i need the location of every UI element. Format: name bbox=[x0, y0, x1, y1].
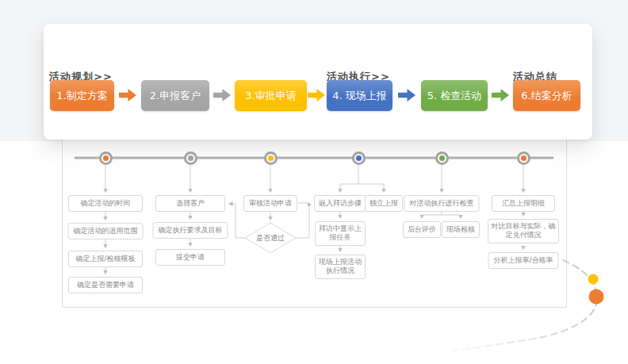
decision-label: 是否通过 bbox=[256, 233, 285, 243]
flow-node: 确定活动的适用范围 bbox=[68, 223, 144, 239]
flow-node: 拜访中显示上报任务 bbox=[315, 221, 366, 246]
milestone-dot bbox=[352, 151, 366, 165]
step-2-button: 2.申报客户 bbox=[141, 80, 209, 111]
flow-node: 确定执行要求及目标 bbox=[153, 222, 228, 239]
flow-node: 提交申请 bbox=[155, 249, 225, 266]
flow-node: 汇总上报明细 bbox=[492, 195, 555, 212]
milestone-dot-core bbox=[103, 155, 109, 161]
milestone-dot bbox=[184, 151, 197, 165]
flow-arrow-icon bbox=[492, 88, 509, 102]
flow-arrow-icon bbox=[213, 88, 231, 102]
milestone-dot-core bbox=[188, 155, 193, 161]
flow-node: 后台评价 bbox=[403, 221, 441, 238]
milestone-dot bbox=[99, 151, 113, 165]
milestone-dot-core bbox=[439, 155, 445, 161]
milestone-drop-lines bbox=[105, 165, 523, 192]
decor-dot-yellow bbox=[588, 274, 599, 285]
flow-node: 审核活动申请 bbox=[243, 195, 297, 212]
flow-node: 嵌入拜访步骤 bbox=[314, 195, 366, 212]
milestone-dot-core bbox=[356, 155, 362, 161]
process-overview-card: 活动规划>> 活动执行>> 活动总结 1.制定方案 2.申报客户 3.审批申请 … bbox=[44, 24, 592, 140]
milestone-dot bbox=[435, 151, 449, 165]
decor-dot-orange bbox=[589, 289, 604, 305]
flow-arrow-icon bbox=[398, 88, 415, 102]
flow-node: 对活动执行进行检查 bbox=[404, 195, 480, 212]
step-3-button: 3.审批申请 bbox=[235, 80, 307, 111]
milestone-dot bbox=[264, 151, 278, 165]
flow-node: 确定是否需要申请 bbox=[68, 277, 143, 293]
flow-node: 现场上报活动执行情况 bbox=[315, 255, 366, 279]
step-1-button: 1.制定方案 bbox=[50, 80, 114, 111]
flow-node: 确定活动的时间 bbox=[68, 195, 143, 212]
dashed-curve bbox=[449, 260, 597, 351]
milestone-dot-core bbox=[521, 155, 527, 161]
flow-node: 现场检核 bbox=[442, 221, 480, 238]
step-5-button: 5. 检查活动 bbox=[421, 80, 488, 111]
milestone-dot-core bbox=[268, 155, 274, 161]
step-4-button: 4. 现场上报 bbox=[327, 80, 392, 111]
flow-node: 独立上报 bbox=[365, 195, 403, 212]
flow-node: 选择客户 bbox=[155, 195, 225, 212]
milestone-dot bbox=[517, 151, 530, 165]
flow-node: 确定上报/检核模板 bbox=[68, 251, 143, 267]
step-6-button: 6.结案分析 bbox=[513, 80, 580, 111]
flow-arrow-icon bbox=[119, 88, 136, 102]
flow-arrow-icon bbox=[308, 88, 325, 102]
flow-node: 分析上报率/合格率 bbox=[488, 252, 558, 269]
flow-node: 对比目标与实际，确定兑付情况 bbox=[488, 219, 559, 243]
